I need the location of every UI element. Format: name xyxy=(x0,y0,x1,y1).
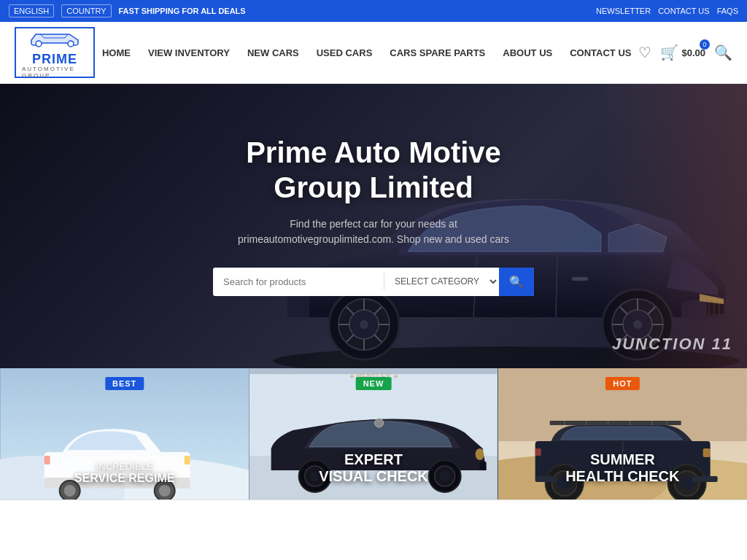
svg-rect-33 xyxy=(572,277,588,281)
card-expert-check[interactable]: ✦ BENTLEY ✦ NEW EXPERT VISUAL CHECK xyxy=(249,368,498,499)
nav-used-cars[interactable]: USED CARS xyxy=(309,42,380,64)
shipping-text: FAST SHIPPING FOR ALL DEALS xyxy=(119,7,246,15)
svg-point-42 xyxy=(159,485,171,497)
cart-badge: 0 xyxy=(700,39,710,50)
card-3-title: SUMMER HEALTH CHECK xyxy=(498,451,747,485)
card-2-badge: NEW xyxy=(356,377,392,390)
nav-home[interactable]: HOME xyxy=(95,42,138,64)
hero-section: Prime Auto Motive Group Limited Find the… xyxy=(0,84,747,368)
main-nav: HOME VIEW INVENTORY NEW CARS USED CARS C… xyxy=(95,42,638,64)
faqs-link[interactable]: FAQS xyxy=(717,7,738,15)
top-bar-left: ENGLISH COUNTRY FAST SHIPPING FOR ALL DE… xyxy=(9,4,246,18)
hero-watermark: JUNCTION 11 xyxy=(612,335,732,354)
nav-cars-spare-parts[interactable]: CARS SPARE PARTS xyxy=(382,42,492,64)
nav-about-us[interactable]: ABOUT US xyxy=(495,42,560,64)
svg-point-55 xyxy=(375,419,384,427)
category-select[interactable]: SELECT CATEGORY xyxy=(384,268,499,295)
card-service-regime[interactable]: BEST INCREDIBLE SERVICE REGIME xyxy=(0,368,249,499)
hero-subtitle: Find the perfect car for your needs at p… xyxy=(213,217,534,247)
nav-contact-us[interactable]: CONTACT US xyxy=(562,42,638,64)
svg-point-0 xyxy=(36,41,42,47)
card-2-title: EXPERT VISUAL CHECK xyxy=(249,451,498,485)
hero-title: Prime Auto Motive Group Limited xyxy=(213,135,534,205)
svg-point-1 xyxy=(68,41,74,47)
search-submit-button[interactable]: 🔍 xyxy=(499,268,534,296)
card-1-badge: BEST xyxy=(105,377,144,390)
logo-brand: PRIME xyxy=(32,52,77,66)
language-selector[interactable]: ENGLISH xyxy=(9,4,54,18)
nav-new-cars[interactable]: NEW CARS xyxy=(240,42,306,64)
top-bar: ENGLISH COUNTRY FAST SHIPPING FOR ALL DE… xyxy=(0,0,747,22)
search-submit-icon: 🔍 xyxy=(509,276,524,288)
card-health-check[interactable]: HOT SUMMER HEALTH CHECK xyxy=(498,368,747,499)
logo-car-icon xyxy=(26,27,84,52)
top-bar-right: NEWSLETTER CONTACT US FAQS xyxy=(596,7,738,15)
nav-view-inventory[interactable]: VIEW INVENTORY xyxy=(141,42,237,64)
hero-content: Prime Auto Motive Group Limited Find the… xyxy=(213,135,534,318)
logo-sub: AUTOMOTIVE GROUP xyxy=(22,66,88,79)
bottom-bar xyxy=(0,499,747,536)
cart-icon: 🛒 xyxy=(660,44,678,61)
svg-point-40 xyxy=(64,485,76,497)
newsletter-link[interactable]: NEWSLETTER xyxy=(596,7,651,15)
card-1-title: INCREDIBLE SERVICE REGIME xyxy=(0,461,249,485)
hero-search-bar: SELECT CATEGORY 🔍 xyxy=(213,268,534,296)
header-icons: ♡ 🛒 0 $0.00 🔍 xyxy=(638,44,732,61)
wishlist-icon[interactable]: ♡ xyxy=(638,44,651,61)
search-toggle-button[interactable]: 🔍 xyxy=(714,44,732,61)
svg-rect-62 xyxy=(549,421,681,425)
card-3-badge: HOT xyxy=(605,377,639,390)
hero-side-cars xyxy=(601,84,747,368)
contact-us-link-topbar[interactable]: CONTACT US xyxy=(658,7,710,15)
logo[interactable]: PRIME AUTOMOTIVE GROUP xyxy=(15,27,95,78)
header: PRIME AUTOMOTIVE GROUP HOME VIEW INVENTO… xyxy=(0,22,747,84)
cards-section: BEST INCREDIBLE SERVICE REGIME xyxy=(0,368,747,499)
cart-button[interactable]: 🛒 0 $0.00 xyxy=(660,44,705,61)
search-input[interactable] xyxy=(213,269,384,295)
svg-point-17 xyxy=(360,320,368,329)
country-selector[interactable]: COUNTRY xyxy=(61,4,111,18)
